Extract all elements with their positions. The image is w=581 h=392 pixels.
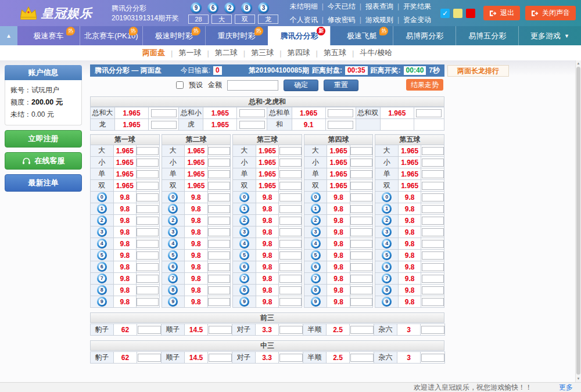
odds-value-cell[interactable]: 1.965 bbox=[327, 157, 350, 168]
header-link[interactable]: 报表查询 bbox=[365, 2, 393, 12]
odds-value-cell[interactable]: 1.965 bbox=[185, 180, 208, 192]
bet-input[interactable] bbox=[208, 217, 230, 225]
bet-input[interactable] bbox=[239, 109, 265, 117]
bet-input[interactable] bbox=[328, 121, 353, 129]
odds-value-cell[interactable]: 1.965 bbox=[115, 119, 149, 131]
odds-value-cell[interactable]: 1.965 bbox=[380, 107, 414, 119]
header-link[interactable]: 未结明细 bbox=[290, 2, 318, 12]
online-service-button[interactable]: 在线客服 bbox=[5, 152, 82, 170]
subnav-item[interactable]: 第一球 bbox=[178, 48, 201, 58]
bet-input[interactable] bbox=[279, 147, 302, 155]
odds-value-cell[interactable]: 9.1 bbox=[292, 119, 325, 131]
bet-input[interactable] bbox=[350, 326, 374, 334]
odds-value-cell[interactable]: 9.8 bbox=[398, 285, 421, 296]
bet-input[interactable] bbox=[208, 193, 230, 202]
odds-value-cell[interactable]: 9.8 bbox=[113, 192, 137, 203]
bet-input[interactable] bbox=[328, 109, 353, 117]
bet-input[interactable] bbox=[208, 251, 230, 260]
nav-tab[interactable]: 易博五分彩 bbox=[456, 26, 518, 45]
odds-value-cell[interactable]: 1.965 bbox=[398, 168, 421, 180]
header-link[interactable]: 修改密码 bbox=[328, 15, 356, 25]
bet-input[interactable] bbox=[137, 159, 159, 167]
bet-input[interactable] bbox=[137, 182, 159, 190]
odds-value-cell[interactable]: 2.5 bbox=[327, 352, 350, 364]
nav-tab[interactable]: 极速时时彩热 bbox=[142, 26, 205, 45]
odds-value-cell[interactable]: 1.965 bbox=[113, 168, 137, 180]
odds-value-cell[interactable]: 9.8 bbox=[113, 203, 137, 215]
header-link[interactable]: 开奖结果 bbox=[403, 2, 431, 12]
bet-input[interactable] bbox=[279, 326, 303, 334]
odds-value-cell[interactable]: 1.965 bbox=[256, 168, 279, 180]
bet-input[interactable] bbox=[422, 251, 444, 260]
odds-value-cell[interactable]: 9.8 bbox=[256, 238, 279, 250]
bet-input[interactable] bbox=[279, 193, 302, 202]
subnav-item[interactable]: 第四球 bbox=[288, 48, 310, 58]
odds-value-cell[interactable]: 9.8 bbox=[398, 192, 421, 203]
bet-input[interactable] bbox=[279, 159, 302, 167]
odds-value-cell[interactable]: 62 bbox=[114, 352, 137, 364]
bet-input[interactable] bbox=[350, 251, 372, 260]
odds-value-cell[interactable]: 9.8 bbox=[113, 296, 137, 308]
odds-value-cell[interactable]: 1.965 bbox=[203, 107, 237, 119]
bet-input[interactable] bbox=[137, 170, 159, 178]
scrollbar-thumb[interactable] bbox=[576, 67, 580, 375]
collapse-button[interactable]: ▲ bbox=[0, 26, 17, 45]
bet-input[interactable] bbox=[137, 263, 159, 271]
odds-value-cell[interactable]: 9.8 bbox=[113, 238, 137, 250]
bet-input[interactable] bbox=[422, 217, 444, 225]
odds-value-cell[interactable]: 9.8 bbox=[256, 285, 279, 296]
odds-value-cell[interactable]: 3 bbox=[397, 324, 421, 336]
odds-value-cell[interactable]: 9.8 bbox=[185, 215, 208, 226]
amount-input[interactable] bbox=[227, 80, 278, 91]
long-rank-button[interactable]: 两面长龙排行 bbox=[447, 65, 509, 77]
mute-sound-button[interactable]: 关闭声音 bbox=[525, 6, 576, 20]
bet-input[interactable] bbox=[422, 275, 444, 283]
odds-value-cell[interactable]: 3.3 bbox=[256, 324, 279, 336]
register-button[interactable]: 立即注册 bbox=[5, 130, 82, 148]
odds-value-cell[interactable]: 9.8 bbox=[113, 215, 137, 226]
bet-input[interactable] bbox=[422, 182, 444, 190]
bet-input[interactable] bbox=[350, 159, 372, 167]
odds-value-cell[interactable]: 1.965 bbox=[113, 157, 137, 168]
nav-tab[interactable]: 北京赛车(PK10)热 bbox=[80, 26, 142, 45]
bet-input[interactable] bbox=[208, 298, 230, 306]
odds-value-cell[interactable]: 9.8 bbox=[256, 250, 279, 261]
nav-tab[interactable]: 更多游戏▼ bbox=[518, 26, 581, 45]
bet-input[interactable] bbox=[422, 205, 444, 213]
odds-value-cell[interactable]: 9.8 bbox=[398, 273, 421, 285]
odds-value-cell[interactable]: 9.8 bbox=[398, 250, 421, 261]
bet-input[interactable] bbox=[138, 354, 161, 362]
nav-tab[interactable]: 极速赛车热 bbox=[17, 26, 80, 45]
bet-input[interactable] bbox=[350, 286, 372, 294]
odds-value-cell[interactable]: 9.8 bbox=[113, 226, 137, 238]
odds-value-cell[interactable]: 9.8 bbox=[185, 296, 208, 308]
bet-input[interactable] bbox=[422, 298, 444, 306]
yellow-swatch[interactable] bbox=[453, 9, 462, 18]
odds-value-cell[interactable]: 62 bbox=[114, 324, 137, 336]
odds-value-cell[interactable]: 9.8 bbox=[256, 296, 279, 308]
sound-checkbox[interactable]: ✓ bbox=[440, 9, 450, 18]
bet-input[interactable] bbox=[350, 354, 374, 362]
odds-value-cell[interactable]: 14.5 bbox=[185, 324, 208, 336]
odds-value-cell[interactable]: 1.965 bbox=[185, 168, 208, 180]
odds-value-cell[interactable]: 1.965 bbox=[327, 180, 350, 192]
bet-input[interactable] bbox=[137, 228, 159, 236]
subnav-item[interactable]: 第三球 bbox=[251, 48, 274, 58]
nav-tab[interactable]: 极速飞艇热 bbox=[330, 26, 393, 45]
bet-input[interactable] bbox=[239, 121, 265, 129]
bet-input[interactable] bbox=[350, 298, 372, 306]
bet-input[interactable] bbox=[279, 228, 302, 236]
odds-value-cell[interactable]: 9.8 bbox=[398, 261, 421, 273]
odds-value-cell[interactable]: 1.965 bbox=[327, 145, 350, 157]
scroll-up-icon[interactable]: ▲ bbox=[576, 60, 581, 67]
bet-input[interactable] bbox=[422, 147, 444, 155]
bet-input[interactable] bbox=[138, 326, 161, 334]
bet-input[interactable] bbox=[350, 217, 372, 225]
odds-value-cell[interactable]: 9.8 bbox=[398, 215, 421, 226]
odds-value-cell[interactable]: 9.8 bbox=[185, 203, 208, 215]
bet-input[interactable] bbox=[208, 286, 230, 294]
red-swatch[interactable] bbox=[466, 9, 475, 18]
brand-logo[interactable]: 皇冠娱乐 bbox=[0, 5, 112, 21]
bet-input[interactable] bbox=[350, 275, 372, 283]
bet-input[interactable] bbox=[422, 263, 444, 271]
